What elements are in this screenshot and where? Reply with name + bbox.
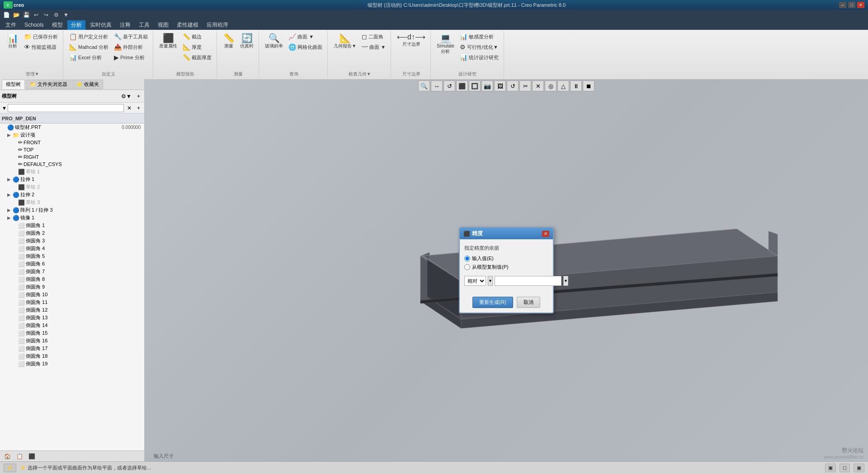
- tree-settings-button[interactable]: ⚙▼: [119, 92, 134, 101]
- zoom-indicator[interactable]: ▣: [854, 464, 864, 472]
- close-button[interactable]: ✕: [857, 2, 864, 8]
- tree-item-16[interactable]: ⬜倒圆角 4: [0, 245, 144, 252]
- menu-item-实时仿真[interactable]: 实时仿真: [86, 20, 115, 30]
- tab-model-tree[interactable]: 模型树: [2, 80, 25, 89]
- glass-slope-button[interactable]: 🔍 玻璃斜率: [263, 32, 285, 51]
- tree-item-17[interactable]: ⬜倒圆角 5: [0, 252, 144, 260]
- tree-item-9[interactable]: ▶🔵拉伸 2: [0, 191, 144, 199]
- geo-report-button[interactable]: 📐 几何报告▼: [331, 32, 359, 51]
- tree-item-expand-12[interactable]: ▶: [7, 215, 13, 220]
- tree-search-input[interactable]: [8, 104, 124, 112]
- dihedral-button[interactable]: ◻ 二面角: [359, 32, 388, 42]
- tab-favorites[interactable]: ⭐ 收藏夹: [72, 80, 103, 89]
- status-icon-btn1[interactable]: ⚡: [4, 464, 16, 472]
- saved-analysis-button[interactable]: 📁 已保存分析: [22, 32, 60, 42]
- menu-item-Schools[interactable]: Schools: [21, 21, 47, 29]
- tree-item-22[interactable]: ⬜倒圆角 10: [0, 291, 144, 299]
- section-thickness-button[interactable]: 📏 截面厚度: [180, 52, 214, 62]
- new-button[interactable]: 📄: [2, 11, 11, 19]
- menu-item-分析[interactable]: 分析: [67, 20, 85, 30]
- radio-input-value[interactable]: 输入值(E): [464, 255, 548, 262]
- tree-item-24[interactable]: ⬜倒圆角 12: [0, 306, 144, 314]
- tree-bottom-btn2[interactable]: 📋: [14, 452, 25, 461]
- tree-item-7[interactable]: ▶🔵拉伸 1: [0, 175, 144, 183]
- menu-item-模型[interactable]: 模型: [48, 20, 66, 30]
- maximize-button[interactable]: □: [848, 2, 855, 8]
- thickness-button[interactable]: 📐 厚度: [180, 42, 214, 52]
- excel-button[interactable]: 📊 Excel 分析: [67, 52, 111, 62]
- settings-button[interactable]: ⚙: [52, 11, 61, 19]
- tree-item-31[interactable]: ⬜倒圆角 19: [0, 360, 144, 368]
- simulate-analysis-button[interactable]: 💻 Simulate 分析: [434, 32, 457, 62]
- radio-input-value-control[interactable]: [464, 256, 470, 261]
- measure-button[interactable]: 📏 测量: [221, 32, 237, 51]
- tree-item-18[interactable]: ⬜倒圆角 6: [0, 260, 144, 268]
- tree-item-8[interactable]: ⬛草绘 2: [0, 183, 144, 191]
- tree-item-15[interactable]: ⬜倒圆角 3: [0, 237, 144, 245]
- tree-item-13[interactable]: ⬜倒圆角 1: [0, 222, 144, 229]
- tree-item-11[interactable]: ▶🔵阵列 1 / 拉伸 3: [0, 206, 144, 214]
- dialog-close-button[interactable]: ✕: [542, 231, 549, 237]
- external-analysis-button[interactable]: 📤 外部分析: [112, 42, 150, 52]
- stat-design-button[interactable]: 📊 统计设计研究: [458, 52, 501, 62]
- mass-properties-button[interactable]: ⬛ 质量属性: [157, 32, 179, 51]
- input-arrow-icon[interactable]: ▼: [563, 276, 568, 286]
- sensitivity-button[interactable]: 📊 敏感度分析: [458, 32, 501, 42]
- menu-item-注释[interactable]: 注释: [116, 20, 134, 30]
- radio-copy-model-control[interactable]: [464, 264, 470, 270]
- tree-item-1[interactable]: ▶📁设计项: [0, 131, 144, 139]
- tree-bottom-btn1[interactable]: 🏠: [2, 452, 13, 461]
- minimize-button[interactable]: ─: [839, 2, 846, 8]
- tree-item-10[interactable]: ⬛草绘 3: [0, 199, 144, 206]
- tree-item-23[interactable]: ⬜倒圆角 11: [0, 299, 144, 306]
- regenerate-button[interactable]: 重新生成(R): [472, 297, 513, 308]
- tree-item-19[interactable]: ⬜倒圆角 7: [0, 268, 144, 275]
- undo-button[interactable]: ↩: [32, 11, 41, 19]
- tree-item-12[interactable]: ▶🔵镜像 1: [0, 214, 144, 222]
- tree-item-29[interactable]: ⬜倒圆角 17: [0, 345, 144, 352]
- more-button[interactable]: ▼: [61, 11, 71, 19]
- toolbox-button[interactable]: 🔧 基于工具箱: [112, 32, 150, 42]
- clear-search-button[interactable]: ✕: [125, 104, 134, 113]
- select-arrow-icon[interactable]: ▼: [488, 276, 493, 286]
- tree-item-expand-7[interactable]: ▶: [7, 177, 13, 182]
- open-button[interactable]: 📂: [12, 11, 21, 19]
- tree-item-expand-1[interactable]: ▶: [7, 133, 13, 137]
- performance-monitor-button[interactable]: 👁 性能监视器: [22, 42, 60, 52]
- tree-item-26[interactable]: ⬜倒圆角 14: [0, 322, 144, 329]
- menu-item-工具[interactable]: 工具: [135, 20, 153, 30]
- status-btn2[interactable]: ▣: [825, 464, 836, 472]
- tree-item-25[interactable]: ⬜倒圆角 13: [0, 314, 144, 322]
- menu-item-柔性建模[interactable]: 柔性建模: [173, 20, 202, 30]
- cancel-button[interactable]: 取消: [517, 297, 540, 308]
- save-button[interactable]: 💾: [22, 11, 31, 19]
- tree-item-expand-9[interactable]: ▶: [7, 192, 13, 197]
- tree-content[interactable]: 🔵锻型材.PRT0.000000▶📁设计项✏FRONT✏TOP✏RIGHT✏DE…: [0, 123, 144, 450]
- tree-item-expand-11[interactable]: ▶: [7, 208, 13, 213]
- menu-item-视图[interactable]: 视图: [154, 20, 172, 30]
- status-btn3[interactable]: ◻: [840, 464, 850, 472]
- tree-item-5[interactable]: ✏DEFAULT_CSYS: [0, 161, 144, 168]
- tree-item-30[interactable]: ⬜倒圆角 18: [0, 352, 144, 360]
- curve-button[interactable]: 📈 曲面 ▼: [286, 32, 325, 42]
- menu-item-文件[interactable]: 文件: [2, 20, 20, 30]
- tree-item-14[interactable]: ⬜倒圆角 2: [0, 229, 144, 237]
- user-defined-analysis-button[interactable]: 📋 用户定义分析: [67, 32, 111, 42]
- tree-item-0[interactable]: 🔵锻型材.PRT0.000000: [0, 123, 144, 131]
- precision-value-input[interactable]: 0.00011: [495, 276, 561, 286]
- menu-item-应用程序[interactable]: 应用程序: [203, 20, 232, 30]
- tree-item-6[interactable]: ⬛草绘 1: [0, 168, 144, 175]
- tree-item-4[interactable]: ✏RIGHT: [0, 153, 144, 161]
- feasibility-button[interactable]: ⚙ 可行性/优化▼: [458, 42, 501, 52]
- tree-item-20[interactable]: ⬜倒圆角 8: [0, 275, 144, 283]
- tree-item-27[interactable]: ⬜倒圆角 15: [0, 329, 144, 337]
- radio-copy-model[interactable]: 从模型复制值(P): [464, 264, 548, 270]
- prime-button[interactable]: ▶ Prime 分析: [112, 52, 150, 62]
- analyze-button[interactable]: 📊 分析: [5, 32, 21, 51]
- tree-item-3[interactable]: ✏TOP: [0, 146, 144, 153]
- surface-check-button[interactable]: 〰 曲面 ▼: [359, 42, 388, 52]
- mathcad-button[interactable]: 📐 Mathcad 分析: [67, 42, 111, 52]
- cross-section-button[interactable]: 📏 截边: [180, 32, 214, 42]
- tree-bottom-btn3[interactable]: ⬛: [26, 452, 38, 461]
- tree-item-21[interactable]: ⬜倒圆角 9: [0, 283, 144, 291]
